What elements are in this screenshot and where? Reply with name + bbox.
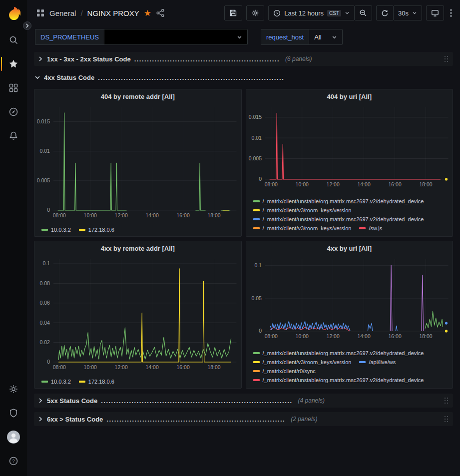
legend-item[interactable]: /_matrix/client/unstable/org.matrix.msc2… — [253, 198, 424, 204]
row-drag-handle[interactable] — [443, 416, 450, 423]
datasource-variable-label[interactable]: DS_PROMETHEUS — [35, 29, 104, 45]
row-6xx-status-code[interactable]: 6xx > Status Code ......................… — [34, 412, 453, 426]
svg-text:0: 0 — [47, 359, 50, 365]
starred-menu-item[interactable] — [0, 52, 27, 76]
legend-item[interactable]: /_matrix/client/v3/room_keys/version — [253, 359, 352, 365]
legend-label: /_matrix/client/v3/room_keys/version — [263, 225, 352, 231]
svg-text:14:00: 14:00 — [357, 334, 370, 339]
svg-text:0.005: 0.005 — [37, 178, 50, 183]
legend-item[interactable]: 10.0.3.2 — [41, 379, 71, 385]
legend-item[interactable]: 172.18.0.6 — [79, 379, 114, 385]
time-picker-button[interactable]: Last 12 hours CST — [268, 5, 355, 20]
row-4xx-status-code[interactable]: 4xx Status Code ........................… — [34, 70, 453, 84]
save-dashboard-button[interactable] — [224, 5, 242, 20]
legend: /_matrix/client/unstable/org.matrix.msc2… — [246, 197, 453, 236]
legend-item[interactable]: /_matrix/client/v3/room_keys/version — [253, 225, 352, 231]
breadcrumb-dashboard-title[interactable]: NGINX PROXY — [87, 9, 139, 17]
panel-title[interactable]: 4xx by uri [All] — [246, 241, 453, 255]
zoom-out-icon — [359, 9, 367, 17]
row-dots: ........................................… — [134, 55, 280, 63]
svg-text:0.1: 0.1 — [42, 261, 50, 266]
sidebar-top-nav — [0, 28, 27, 148]
search-icon — [8, 35, 18, 45]
timeseries-chart: 00.0050.010.01508:0010:0012:0014:0016:00… — [34, 103, 241, 219]
legend: 10.0.3.2172.18.0.6 — [34, 378, 241, 388]
svg-text:10:00: 10:00 — [84, 365, 97, 370]
row-drag-handle[interactable] — [443, 397, 450, 405]
refresh-interval-dropdown[interactable]: 30s — [394, 5, 422, 20]
legend-swatch — [253, 227, 260, 229]
chevron-down-icon — [332, 34, 337, 40]
user-avatar[interactable] — [0, 425, 27, 449]
kebab-menu-button[interactable] — [448, 5, 454, 20]
star-icon — [8, 59, 18, 69]
share-icon[interactable] — [156, 8, 165, 17]
legend-swatch — [253, 209, 260, 211]
row-panel-count: (4 panels) — [298, 397, 325, 404]
avatar-icon — [7, 431, 20, 444]
panel-title[interactable]: 4xx by remote addr [All] — [34, 241, 241, 255]
cycle-view-mode-button[interactable] — [426, 5, 444, 20]
svg-text:12:00: 12:00 — [115, 213, 128, 218]
svg-text:18:00: 18:00 — [419, 334, 432, 339]
legend-label: 10.0.3.2 — [51, 379, 71, 385]
svg-text:18:00: 18:00 — [207, 213, 220, 218]
zoom-out-button[interactable] — [355, 5, 372, 20]
expand-sidebar-button[interactable] — [23, 21, 31, 30]
legend-swatch — [253, 370, 260, 372]
row-title: 5xx Status Code — [47, 397, 97, 405]
row-dots: ........................................… — [101, 397, 292, 405]
dashboards-menu-item[interactable] — [0, 76, 27, 100]
legend-item[interactable]: 172.18.0.6 — [79, 227, 114, 233]
server-admin-menu-item[interactable] — [0, 401, 27, 425]
panel-title[interactable]: 404 by remote addr [All] — [34, 89, 241, 103]
legend-item[interactable]: /_matrix/client/unstable/org.matrix.msc2… — [253, 216, 424, 222]
sidebar: ? — [0, 0, 27, 476]
legend-swatch — [253, 361, 260, 363]
dashboard-settings-button[interactable] — [246, 5, 264, 20]
breadcrumb-folder[interactable]: General — [49, 9, 76, 17]
row-title: 1xx - 3xx - 2xx Status Code — [47, 55, 131, 63]
sidebar-bottom-nav: ? — [0, 377, 27, 473]
svg-text:08:00: 08:00 — [53, 213, 66, 218]
legend-item[interactable]: /_matrix/client/r0/sync — [253, 368, 316, 374]
grafana-logo[interactable] — [5, 5, 21, 21]
topbar-actions: Last 12 hours CST — [224, 5, 454, 20]
svg-text:08:00: 08:00 — [264, 334, 277, 339]
grid-icon — [8, 83, 18, 93]
row-drag-handle[interactable] — [443, 55, 450, 63]
legend-item[interactable]: /_matrix/client/unstable/org.matrix.msc2… — [253, 377, 424, 383]
gear-icon — [251, 9, 259, 17]
favorite-star-icon[interactable]: ★ — [144, 9, 151, 17]
kebab-icon — [450, 9, 452, 17]
legend-label: /_matrix/client/unstable/org.matrix.msc2… — [263, 216, 424, 222]
request-host-variable-label[interactable]: request_host — [261, 29, 309, 45]
legend-item[interactable]: 10.0.3.2 — [41, 227, 71, 233]
chevron-down-icon — [237, 34, 242, 40]
legend-item[interactable]: /_matrix/client/v3/room_keys/version — [253, 207, 352, 213]
svg-text:12:00: 12:00 — [326, 334, 339, 339]
search-menu-item[interactable] — [0, 28, 27, 52]
refresh-controls: 30s — [376, 5, 422, 20]
request-host-variable-select[interactable]: All — [309, 29, 342, 45]
row-5xx-status-code[interactable]: 5xx Status Code ........................… — [34, 394, 453, 408]
panel-4xx-by-remote-addr: 4xx by remote addr [All] 00.020.040.060.… — [34, 241, 242, 389]
chevron-down-icon — [34, 74, 40, 80]
panel-4xx-by-uri: 4xx by uri [All] 00.050.108:0010:0012:00… — [246, 241, 454, 389]
datasource-variable-select[interactable] — [104, 29, 248, 45]
explore-menu-item[interactable] — [0, 100, 27, 124]
timeseries-chart: 00.020.040.060.080.108:0010:0012:0014:00… — [34, 255, 241, 371]
bell-icon — [8, 131, 18, 141]
svg-text:14:00: 14:00 — [146, 365, 159, 370]
gear-icon — [8, 384, 18, 394]
panel-title[interactable]: 404 by uri [All] — [246, 89, 453, 103]
legend-item[interactable]: /_matrix/client/unstable/org.matrix.msc2… — [253, 350, 424, 356]
row-1xx-3xx-2xx-status-code[interactable]: 1xx - 3xx - 2xx Status Code ............… — [34, 52, 453, 66]
top-navbar: General / NGINX PROXY ★ — [27, 0, 460, 26]
configuration-menu-item[interactable] — [0, 377, 27, 401]
alerting-menu-item[interactable] — [0, 124, 27, 148]
legend-item[interactable]: /sw.js — [359, 225, 382, 231]
legend-item[interactable]: /api/live/ws — [359, 359, 396, 365]
help-menu-item[interactable]: ? — [0, 449, 27, 473]
refresh-button[interactable] — [376, 5, 394, 20]
